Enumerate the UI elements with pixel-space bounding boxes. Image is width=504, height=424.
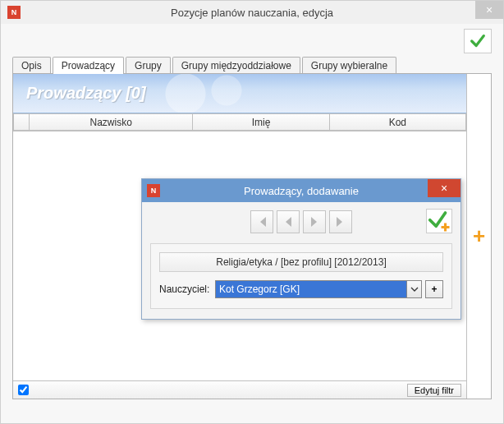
add-dialog: N Prowadzący, dodawanie ×	[141, 178, 461, 320]
nav-prev-button[interactable]	[277, 210, 300, 233]
check-icon	[469, 32, 487, 50]
tab-label: Grupy	[135, 60, 162, 71]
teacher-combo-value: Kot Grzegorz [GK]	[216, 281, 406, 297]
tab-grupy-miedzy[interactable]: Grupy międzyoddziałowe	[172, 57, 300, 74]
section-header: Prowadzący [0]	[13, 74, 466, 113]
tab-label: Opis	[21, 60, 42, 71]
teacher-combo[interactable]: Kot Grzegorz [GK]	[215, 280, 422, 298]
subject-text: Religia/etyka / [bez profilu] [2012/2013…	[216, 256, 386, 268]
prev-icon	[282, 215, 295, 228]
tab-label: Grupy międzyoddziałowe	[181, 60, 291, 71]
nav-first-button[interactable]	[250, 210, 273, 233]
dialog-titlebar[interactable]: N Prowadzący, dodawanie ×	[142, 179, 460, 202]
edit-filter-button[interactable]: Edytuj filtr	[407, 384, 461, 397]
tab-grupy-wybieralne[interactable]: Grupy wybieralne	[302, 57, 396, 74]
col-imie[interactable]: Imię	[193, 113, 329, 131]
button-label: Edytuj filtr	[415, 385, 454, 395]
next-icon	[308, 215, 321, 228]
chevron-down-icon	[410, 285, 419, 293]
plus-icon: +	[431, 283, 437, 295]
section-title: Prowadzący [0]	[26, 84, 146, 103]
teacher-field-row: Nauczyciel: Kot Grzegorz [GK] +	[159, 280, 443, 298]
tab-label: Grupy wybieralne	[311, 60, 387, 71]
titlebar: N Pozycje planów nauczania, edycja ×	[1, 1, 503, 24]
teacher-label: Nauczyciel:	[159, 283, 212, 295]
grid-header: Nazwisko Imię Kod	[13, 113, 466, 131]
nav-row	[150, 209, 452, 235]
close-icon: ×	[441, 182, 447, 195]
dialog-close-button[interactable]: ×	[428, 179, 460, 197]
first-icon	[255, 215, 268, 228]
column-label: Nazwisko	[90, 117, 132, 128]
row-indicator-header	[13, 113, 30, 131]
tab-opis[interactable]: Opis	[12, 57, 51, 74]
column-label: Imię	[252, 117, 271, 128]
last-icon	[334, 215, 347, 228]
column-label: Kod	[389, 117, 406, 128]
teacher-add-button[interactable]: +	[425, 280, 443, 298]
dialog-body: Religia/etyka / [bez profilu] [2012/2013…	[142, 202, 460, 319]
tab-grupy[interactable]: Grupy	[126, 57, 171, 74]
close-icon: ×	[486, 3, 493, 16]
dialog-title: Prowadzący, dodawanie	[142, 185, 460, 197]
col-kod[interactable]: Kod	[330, 113, 466, 131]
form-group: Religia/etyka / [bez profilu] [2012/2013…	[150, 243, 452, 309]
dialog-accept-add-button[interactable]	[426, 209, 452, 233]
window-close-button[interactable]: ×	[475, 1, 503, 19]
side-rail: +	[466, 74, 491, 399]
add-row-button[interactable]: +	[473, 224, 485, 249]
combo-arrow-button[interactable]	[406, 281, 421, 297]
tab-prowadzacy[interactable]: Prowadzący	[53, 57, 124, 74]
nav-last-button[interactable]	[329, 210, 352, 233]
window-title: Pozycje planów nauczania, edycja	[1, 7, 503, 19]
tab-strip: Opis Prowadzący Grupy Grupy międzyoddzia…	[12, 57, 492, 74]
check-plus-icon	[427, 209, 451, 233]
filter-checkbox[interactable]	[18, 385, 29, 395]
subject-bar: Religia/etyka / [bez profilu] [2012/2013…	[159, 252, 443, 272]
grid-footer: Edytuj filtr	[13, 380, 466, 399]
accept-button[interactable]	[464, 29, 492, 53]
tab-label: Prowadzący	[62, 60, 115, 71]
col-nazwisko[interactable]: Nazwisko	[30, 113, 193, 131]
plus-icon: +	[473, 224, 485, 248]
nav-next-button[interactable]	[303, 210, 326, 233]
